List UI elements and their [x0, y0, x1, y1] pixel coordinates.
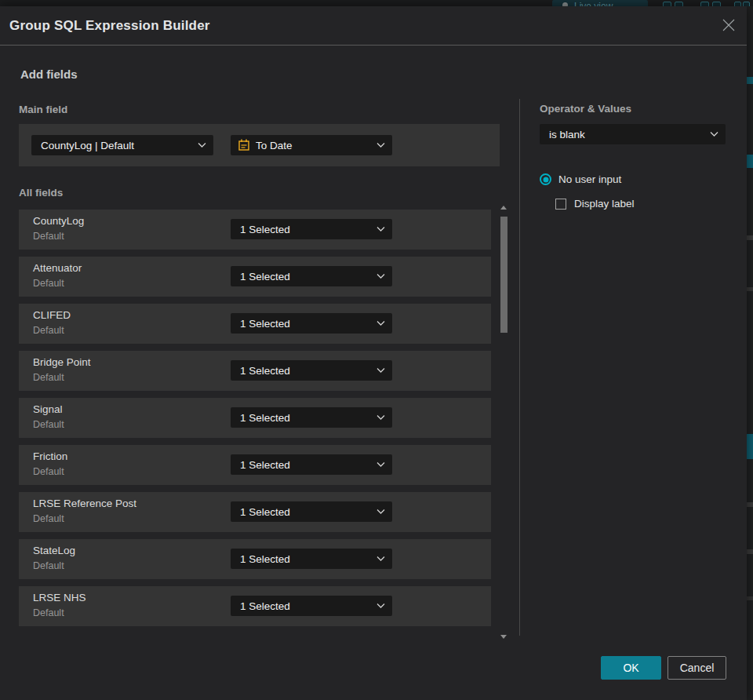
field-name: Signal	[33, 403, 63, 415]
background-fragment	[747, 235, 753, 240]
selected-count-label: 1 Selected	[240, 412, 290, 424]
live-view-toggle: Live view	[552, 0, 648, 6]
scrollbar-thumb[interactable]	[500, 217, 507, 333]
panel-divider	[519, 99, 520, 636]
scroll-down-arrow-icon[interactable]	[500, 635, 507, 639]
background-app-right-edge	[747, 6, 753, 700]
background-fragment	[747, 549, 753, 554]
chevron-down-icon	[376, 556, 385, 562]
field-selected-dropdown[interactable]: 1 Selected	[231, 596, 392, 616]
selected-count-label: 1 Selected	[240, 506, 290, 518]
field-selected-dropdown[interactable]: 1 Selected	[231, 549, 392, 569]
field-name: Attenuator	[33, 262, 82, 274]
calendar-icon	[238, 139, 250, 151]
main-field-label: Main field	[19, 104, 67, 115]
display-label-option: Display label	[555, 198, 635, 210]
chevron-down-icon	[376, 368, 385, 374]
chevron-down-icon	[376, 321, 385, 326]
field-row: StateLog Default 1 Selected	[19, 539, 491, 579]
chevron-down-icon	[376, 274, 385, 279]
scroll-up-arrow-icon[interactable]	[500, 206, 507, 210]
field-subtitle: Default	[33, 560, 64, 571]
no-user-input-label: No user input	[558, 173, 621, 185]
chevron-down-icon	[376, 603, 385, 609]
field-row: LRSE NHS Default 1 Selected	[19, 586, 491, 626]
chevron-down-icon	[376, 509, 385, 515]
background-fragment	[747, 434, 753, 459]
cancel-button[interactable]: Cancel	[668, 656, 726, 680]
field-row: CountyLog Default 1 Selected	[19, 210, 491, 250]
main-field-panel: CountyLog | Default To Date	[19, 124, 500, 166]
selected-count-label: 1 Selected	[240, 224, 290, 235]
field-selected-dropdown[interactable]: 1 Selected	[231, 313, 392, 334]
field-selected-dropdown[interactable]: 1 Selected	[231, 454, 392, 475]
display-label-checkbox[interactable]	[555, 199, 566, 210]
field-name: LRSE NHS	[33, 592, 86, 603]
dialog-header: Group SQL Expression Builder	[0, 6, 747, 46]
field-selected-dropdown[interactable]: 1 Selected	[231, 407, 392, 428]
field-name: CLIFED	[33, 309, 71, 321]
chevron-down-icon	[376, 415, 385, 421]
group-sql-expression-builder-dialog: Group SQL Expression Builder Add fields …	[0, 6, 747, 700]
field-name: Friction	[33, 450, 67, 462]
close-button[interactable]	[720, 16, 737, 34]
field-row: LRSE Reference Post Default 1 Selected	[19, 492, 491, 532]
chevron-down-icon	[198, 143, 206, 148]
operator-select[interactable]: is blank	[540, 124, 726, 144]
ok-button[interactable]: OK	[601, 656, 661, 680]
selected-count-label: 1 Selected	[240, 318, 290, 330]
field-name: Bridge Point	[33, 356, 91, 368]
no-user-input-radio[interactable]	[540, 173, 551, 185]
selected-count-label: 1 Selected	[240, 459, 290, 471]
field-row: Bridge Point Default 1 Selected	[19, 351, 491, 391]
operator-value: is blank	[549, 129, 585, 140]
field-subtitle: Default	[33, 607, 64, 618]
field-row: Friction Default 1 Selected	[19, 445, 491, 485]
chevron-down-icon	[710, 132, 718, 137]
list-scrollbar[interactable]	[499, 204, 508, 640]
field-selected-dropdown[interactable]: 1 Selected	[231, 219, 392, 239]
no-user-input-option: No user input	[540, 173, 621, 185]
background-fragment	[747, 77, 753, 84]
main-field-select[interactable]: CountyLog | Default	[31, 135, 213, 155]
field-name: LRSE Reference Post	[33, 498, 136, 509]
background-fragment	[747, 287, 753, 291]
background-app-top-edge: Live view	[0, 0, 753, 6]
field-subtitle: Default	[33, 278, 64, 289]
selected-count-label: 1 Selected	[240, 553, 290, 565]
field-selected-dropdown[interactable]: 1 Selected	[231, 360, 392, 381]
field-name: StateLog	[33, 545, 75, 556]
field-selected-dropdown[interactable]: 1 Selected	[231, 266, 392, 286]
field-subtitle: Default	[33, 466, 64, 477]
field-selected-dropdown[interactable]: 1 Selected	[231, 501, 392, 522]
chevron-down-icon	[376, 227, 385, 232]
background-fragment	[747, 155, 753, 168]
field-subtitle: Default	[33, 325, 64, 336]
field-subtitle: Default	[33, 372, 64, 383]
radio-selected-dot	[543, 177, 548, 182]
field-subtitle: Default	[33, 513, 64, 524]
selected-count-label: 1 Selected	[240, 600, 290, 612]
dialog-title: Group SQL Expression Builder	[9, 6, 210, 46]
all-fields-list: CountyLog Default 1 Selected Attenuator …	[19, 210, 491, 633]
background-fragment	[747, 596, 753, 600]
live-view-label: Live view	[574, 1, 613, 6]
main-field-select-value: CountyLog | Default	[41, 140, 134, 151]
chevron-down-icon	[376, 143, 385, 148]
display-label-text: Display label	[574, 198, 635, 210]
all-fields-label: All fields	[19, 187, 63, 199]
operator-values-label: Operator & Values	[540, 103, 631, 115]
field-subtitle: Default	[33, 419, 64, 430]
field-name: CountyLog	[33, 215, 84, 227]
selected-count-label: 1 Selected	[240, 271, 290, 283]
field-subtitle: Default	[33, 231, 64, 242]
selected-count-label: 1 Selected	[240, 365, 290, 377]
field-row: CLIFED Default 1 Selected	[19, 304, 491, 344]
field-row: Attenuator Default 1 Selected	[19, 257, 491, 297]
main-field-value-select[interactable]: To Date	[231, 135, 392, 155]
main-field-value: To Date	[256, 140, 293, 151]
add-fields-heading: Add fields	[20, 67, 78, 81]
background-fragment	[747, 502, 753, 507]
screen: Live view Group SQL Expression Builder A	[0, 0, 753, 700]
chevron-down-icon	[376, 462, 385, 468]
